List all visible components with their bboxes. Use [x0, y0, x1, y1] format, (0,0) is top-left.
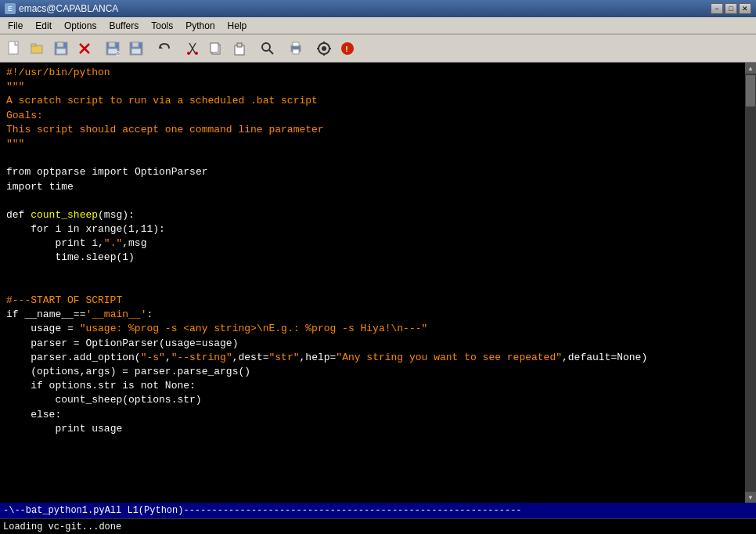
- mode-indicator: -\--: [3, 505, 26, 516]
- svg-rect-4: [57, 42, 63, 47]
- titlebar-title: emacs@CAPABLANCA: [19, 3, 118, 14]
- svg-rect-0: [9, 41, 18, 54]
- menu-buffers[interactable]: Buffers: [103, 19, 145, 33]
- copy-icon: [208, 41, 224, 56]
- print-preview-button[interactable]: [125, 38, 147, 60]
- toolbar: 2: [0, 34, 756, 63]
- code-content: #!/usr/bin/python """ A scratch script t…: [6, 66, 742, 436]
- echobar: Loading vc-git...done: [0, 518, 756, 534]
- print-button[interactable]: [285, 38, 307, 60]
- titlebar: E emacs@CAPABLANCA − □ ✕: [0, 0, 756, 17]
- buffer-filename: bat_python1.py: [26, 505, 105, 516]
- menu-edit[interactable]: Edit: [29, 19, 58, 33]
- scroll-up-button[interactable]: ▲: [745, 63, 756, 74]
- stop-icon: !: [340, 41, 355, 56]
- svg-rect-14: [131, 49, 141, 54]
- svg-point-30: [322, 46, 326, 51]
- scroll-down-button[interactable]: ▼: [745, 492, 756, 503]
- svg-rect-13: [132, 42, 139, 47]
- search-replace-button[interactable]: [257, 38, 279, 60]
- close-buffer-button[interactable]: [74, 38, 95, 60]
- paste-button[interactable]: [229, 38, 250, 60]
- svg-rect-5: [56, 49, 66, 54]
- print-icon: [288, 41, 304, 56]
- emacs-icon: E: [5, 3, 16, 14]
- print-preview-icon: [128, 41, 144, 56]
- svg-text:2: 2: [116, 50, 120, 56]
- minimize-button[interactable]: −: [711, 3, 723, 14]
- tools-icon: [316, 41, 332, 56]
- editor-main[interactable]: #!/usr/bin/python """ A scratch script t…: [0, 63, 745, 503]
- menu-options[interactable]: Options: [58, 19, 103, 33]
- svg-point-24: [262, 43, 270, 51]
- paste-icon: [232, 41, 247, 56]
- buffer-position: All L1: [105, 505, 139, 516]
- titlebar-left: E emacs@CAPABLANCA: [5, 3, 118, 14]
- svg-rect-9: [109, 42, 115, 47]
- vertical-scrollbar[interactable]: ▲ ▼: [745, 63, 756, 503]
- close-buffer-icon: [77, 41, 92, 56]
- close-window-button[interactable]: ✕: [739, 3, 751, 14]
- scroll-thumb[interactable]: [746, 75, 755, 106]
- maximize-button[interactable]: □: [725, 3, 737, 14]
- statusbar: -\-- bat_python1.py All L1 (Python)-----…: [0, 503, 756, 518]
- svg-line-25: [269, 50, 273, 54]
- svg-rect-27: [293, 42, 299, 46]
- svg-point-18: [187, 52, 190, 55]
- svg-rect-2: [31, 44, 36, 46]
- cut-button[interactable]: [182, 38, 203, 60]
- major-mode: (Python): [139, 505, 184, 516]
- menu-help[interactable]: Help: [221, 19, 254, 33]
- save-file-button[interactable]: [50, 38, 72, 60]
- save-as-button[interactable]: 2: [102, 38, 124, 60]
- save-file-icon: [53, 41, 69, 56]
- svg-rect-23: [237, 43, 242, 47]
- mode-dashes: ----------------------------------------…: [183, 505, 521, 516]
- copy-button[interactable]: [205, 38, 227, 60]
- save-as-icon: 2: [105, 41, 121, 56]
- menu-tools[interactable]: Tools: [145, 19, 179, 33]
- svg-point-19: [195, 52, 198, 55]
- svg-rect-21: [211, 43, 218, 52]
- stop-button[interactable]: !: [337, 38, 358, 60]
- undo-button[interactable]: [153, 38, 175, 60]
- open-file-icon: [30, 41, 45, 56]
- search-icon: [260, 41, 275, 56]
- open-file-button[interactable]: [27, 38, 49, 60]
- editor-container: #!/usr/bin/python """ A scratch script t…: [0, 63, 756, 503]
- tools-customize-button[interactable]: [313, 38, 335, 60]
- titlebar-controls: − □ ✕: [711, 3, 751, 14]
- new-file-icon: [6, 41, 22, 56]
- svg-text:!: !: [344, 45, 349, 54]
- cut-icon: [185, 41, 200, 56]
- menu-python[interactable]: Python: [179, 19, 221, 33]
- undo-icon: [157, 41, 172, 56]
- menubar: File Edit Options Buffers Tools Python H…: [0, 17, 756, 34]
- menu-file[interactable]: File: [2, 19, 29, 33]
- new-file-button[interactable]: [3, 38, 25, 60]
- echo-message: Loading vc-git...done: [3, 521, 121, 532]
- svg-rect-28: [293, 49, 299, 54]
